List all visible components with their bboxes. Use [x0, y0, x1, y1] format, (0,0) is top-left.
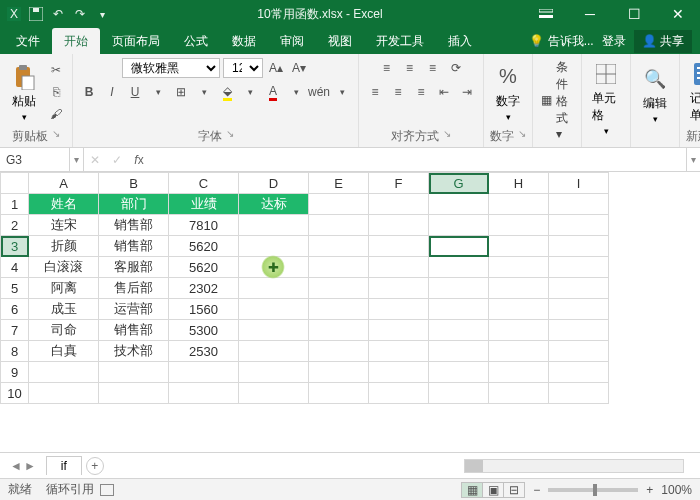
tell-me[interactable]: 💡 告诉我...: [529, 33, 593, 50]
cell-B4[interactable]: 客服部: [99, 257, 169, 278]
cell-E2[interactable]: [309, 215, 369, 236]
copy-icon[interactable]: ⎘: [46, 82, 66, 102]
cell-C7[interactable]: 5300: [169, 320, 239, 341]
cell-E4[interactable]: [309, 257, 369, 278]
cell-D3[interactable]: [239, 236, 309, 257]
cell-D1[interactable]: 达标: [239, 194, 309, 215]
cell-D10[interactable]: [239, 383, 309, 404]
row-header-8[interactable]: 8: [1, 341, 29, 362]
indent-right-icon[interactable]: ⇥: [457, 82, 477, 102]
border-button[interactable]: ⊞: [171, 82, 191, 102]
format-painter-icon[interactable]: 🖌: [46, 104, 66, 124]
cell-H4[interactable]: [489, 257, 549, 278]
cell-B3[interactable]: 销售部: [99, 236, 169, 257]
number-format-button[interactable]: % 数字 ▾: [490, 61, 526, 124]
cell-A3[interactable]: 折颜: [29, 236, 99, 257]
cell-D5[interactable]: [239, 278, 309, 299]
cell-F4[interactable]: [369, 257, 429, 278]
cell-H2[interactable]: [489, 215, 549, 236]
row-header-10[interactable]: 10: [1, 383, 29, 404]
cell-E1[interactable]: [309, 194, 369, 215]
tab-review[interactable]: 审阅: [268, 28, 316, 54]
cell-F9[interactable]: [369, 362, 429, 383]
undo-icon[interactable]: ↶: [50, 6, 66, 22]
cell-G4[interactable]: [429, 257, 489, 278]
tab-dev[interactable]: 开发工具: [364, 28, 436, 54]
tab-layout[interactable]: 页面布局: [100, 28, 172, 54]
cell-G7[interactable]: [429, 320, 489, 341]
name-box[interactable]: G3: [0, 148, 70, 171]
cell-A2[interactable]: 连宋: [29, 215, 99, 236]
cell-I6[interactable]: [549, 299, 609, 320]
tab-home[interactable]: 开始: [52, 28, 100, 54]
orientation-icon[interactable]: ⟳: [446, 58, 466, 78]
close-button[interactable]: ✕: [656, 0, 700, 28]
col-header-E[interactable]: E: [309, 173, 369, 194]
col-header-C[interactable]: C: [169, 173, 239, 194]
cell-D6[interactable]: [239, 299, 309, 320]
sign-in[interactable]: 登录: [602, 33, 626, 50]
zoom-slider[interactable]: [548, 488, 638, 492]
cell-H9[interactable]: [489, 362, 549, 383]
minimize-button[interactable]: ─: [568, 0, 612, 28]
paste-button[interactable]: 粘贴 ▾: [6, 61, 42, 124]
cell-I10[interactable]: [549, 383, 609, 404]
cell-A6[interactable]: 成玉: [29, 299, 99, 320]
cell-G2[interactable]: [429, 215, 489, 236]
cell-C2[interactable]: 7810: [169, 215, 239, 236]
worksheet-area[interactable]: ABCDEFGHI1姓名部门业绩达标2连宋销售部78103折颜销售部56204白…: [0, 172, 700, 452]
page-break-button[interactable]: ⊟: [503, 482, 525, 498]
cell-F1[interactable]: [369, 194, 429, 215]
ribbon-options-icon[interactable]: [524, 0, 568, 28]
cell-A10[interactable]: [29, 383, 99, 404]
zoom-out-button[interactable]: −: [533, 483, 540, 497]
cell-I8[interactable]: [549, 341, 609, 362]
cell-G5[interactable]: [429, 278, 489, 299]
cell-F6[interactable]: [369, 299, 429, 320]
row-header-3[interactable]: 3: [1, 236, 29, 257]
cell-B7[interactable]: 销售部: [99, 320, 169, 341]
col-header-B[interactable]: B: [99, 173, 169, 194]
cell-I1[interactable]: [549, 194, 609, 215]
cell-D9[interactable]: [239, 362, 309, 383]
horizontal-scrollbar[interactable]: [464, 459, 684, 473]
qat-dropdown-icon[interactable]: ▾: [94, 6, 110, 22]
tab-insert[interactable]: 插入: [436, 28, 484, 54]
cell-H10[interactable]: [489, 383, 549, 404]
launcher-icon[interactable]: ↘: [226, 128, 234, 145]
font-color-button[interactable]: A: [263, 82, 283, 102]
cells-button[interactable]: 单元格 ▾: [588, 58, 624, 138]
maximize-button[interactable]: ☐: [612, 0, 656, 28]
cell-B9[interactable]: [99, 362, 169, 383]
row-header-4[interactable]: 4: [1, 257, 29, 278]
cell-E5[interactable]: [309, 278, 369, 299]
launcher-icon[interactable]: ↘: [443, 128, 451, 145]
record-button[interactable]: 记录单: [686, 58, 700, 126]
cell-E3[interactable]: [309, 236, 369, 257]
zoom-in-button[interactable]: +: [646, 483, 653, 497]
indent-left-icon[interactable]: ⇤: [434, 82, 454, 102]
enter-icon[interactable]: ✓: [106, 148, 128, 171]
spreadsheet-grid[interactable]: ABCDEFGHI1姓名部门业绩达标2连宋销售部78103折颜销售部56204白…: [0, 172, 609, 404]
cell-E9[interactable]: [309, 362, 369, 383]
cell-D8[interactable]: [239, 341, 309, 362]
font-name-select[interactable]: 微软雅黑: [122, 58, 220, 78]
align-middle-icon[interactable]: ≡: [400, 58, 420, 78]
cell-A8[interactable]: 白真: [29, 341, 99, 362]
cell-F5[interactable]: [369, 278, 429, 299]
cell-D7[interactable]: [239, 320, 309, 341]
sheet-prev-icon[interactable]: ◄: [10, 459, 22, 473]
sheet-next-icon[interactable]: ►: [24, 459, 36, 473]
cell-G10[interactable]: [429, 383, 489, 404]
cell-C8[interactable]: 2530: [169, 341, 239, 362]
cell-F7[interactable]: [369, 320, 429, 341]
col-header-D[interactable]: D: [239, 173, 309, 194]
cell-G8[interactable]: [429, 341, 489, 362]
cell-I3[interactable]: [549, 236, 609, 257]
cell-A1[interactable]: 姓名: [29, 194, 99, 215]
fx-icon[interactable]: fx: [128, 148, 150, 171]
add-sheet-button[interactable]: +: [86, 457, 104, 475]
cell-F10[interactable]: [369, 383, 429, 404]
cell-G3[interactable]: [429, 236, 489, 257]
cell-E7[interactable]: [309, 320, 369, 341]
